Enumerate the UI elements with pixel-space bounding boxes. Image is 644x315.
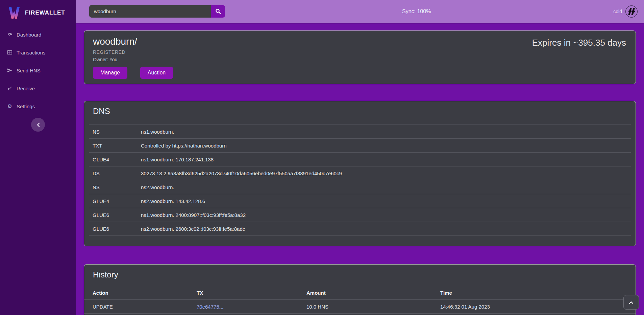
dns-record-row: DS 30273 13 2 9a3a8fb3d625d2a2073d740f10… — [89, 166, 631, 180]
gear-icon: ⚙ — [7, 103, 13, 109]
dns-record-type: GLUE6 — [93, 212, 109, 218]
search-button[interactable] — [211, 5, 225, 18]
dns-record-row: GLUE4 ns1.woodburn. 170.187.241.138 — [89, 152, 631, 166]
history-header-action: Action — [93, 290, 108, 295]
tx-link[interactable]: 70e64775... — [197, 304, 223, 310]
topbar: Sync: 100% cold — [76, 0, 644, 23]
dns-record-type: DS — [93, 171, 100, 176]
sync-status: Sync: 100% — [402, 0, 431, 23]
search-input[interactable] — [89, 5, 211, 18]
dns-record-value: ns1.woodburn. — [141, 129, 174, 135]
scroll-to-top-button[interactable] — [623, 295, 639, 310]
history-action: UPDATE — [93, 304, 113, 310]
dns-card: DNS NS ns1.woodburn. TXT Controlled by h… — [84, 101, 636, 246]
sidebar-item-receive[interactable]: Receive — [0, 83, 76, 94]
wallet-name: cold — [613, 9, 622, 14]
dns-record-type: GLUE6 — [93, 226, 109, 232]
dns-record-value: ns2.woodburn. — [141, 184, 174, 190]
history-amount: 10.0 HNS — [306, 304, 328, 310]
history-time: 14:46:32 01 Aug 2023 — [440, 304, 490, 310]
auction-button[interactable]: Auction — [140, 67, 173, 79]
dns-record-row: GLUE4 ns2.woodburn. 143.42.128.6 — [89, 194, 631, 208]
brand-name: FIREWALLET — [25, 9, 65, 16]
history-row: RENEW d4a7e10... 10.0 HNS 15:47:36 07 Fe… — [84, 313, 636, 315]
dns-record-type: GLUE4 — [93, 157, 109, 162]
history-card: History Action TX Amount Time UPDATE 70e… — [84, 264, 636, 315]
dns-record-value: ns2.woodburn. 143.42.128.6 — [141, 198, 205, 204]
wallet-selector[interactable]: cold — [613, 0, 638, 23]
domain-status: REGISTERED — [93, 49, 627, 55]
main-content: woodburn/ REGISTERED Owner: You Manage A… — [76, 23, 644, 315]
history-header-time: Time — [440, 290, 452, 295]
dns-record-type: NS — [93, 129, 100, 135]
dns-table: NS ns1.woodburn. TXT Controlled by https… — [89, 125, 631, 236]
sidebar-nav: Dashboard Transactions Send HNS Receive … — [0, 29, 76, 112]
sidebar-item-transactions[interactable]: Transactions — [0, 47, 76, 58]
sidebar-item-label: Receive — [17, 86, 35, 91]
history-card-title: History — [84, 265, 636, 279]
dns-record-row: GLUE6 ns1.woodburn. 2400:8907::f03c:93ff… — [89, 208, 631, 222]
history-header-row: Action TX Amount Time — [84, 286, 636, 299]
table-icon — [7, 49, 13, 55]
dns-record-row: TXT Controlled by https://nathan.woodbur… — [89, 138, 631, 152]
sidebar-item-settings[interactable]: ⚙ Settings — [0, 101, 76, 112]
domain-owner: Owner: You — [93, 57, 627, 62]
chevron-up-icon — [629, 301, 634, 304]
history-header-tx: TX — [197, 290, 203, 295]
sidebar: FIREWALLET Dashboard Transactions Send H… — [0, 0, 76, 315]
domain-card: woodburn/ REGISTERED Owner: You Manage A… — [84, 30, 636, 84]
dns-record-type: NS — [93, 184, 100, 190]
history-row: UPDATE 70e64775... 10.0 HNS 14:46:32 01 … — [84, 299, 636, 313]
manage-button[interactable]: Manage — [93, 67, 127, 79]
expiry-text: Expires in ~395.35 days — [532, 38, 626, 48]
search-icon — [215, 8, 221, 14]
dns-record-row: GLUE6 ns2.woodburn. 2600:3c02::f03c:93ff… — [89, 222, 631, 236]
dns-record-value: ns1.woodburn. 2400:8907::f03c:93ff:fe5a:… — [141, 212, 246, 218]
dns-record-row: NS ns1.woodburn. — [89, 125, 631, 138]
dns-record-type: TXT — [93, 143, 102, 149]
dns-record-value: ns1.woodburn. 170.187.241.138 — [141, 157, 214, 162]
search-bar — [89, 5, 225, 18]
gauge-icon — [7, 31, 13, 38]
firewallet-logo-icon — [7, 6, 21, 20]
history-header-amount: Amount — [306, 290, 326, 295]
sidebar-collapse-button[interactable] — [31, 118, 45, 132]
sidebar-item-label: Settings — [17, 104, 35, 109]
handshake-icon[interactable] — [625, 5, 638, 18]
sidebar-item-dashboard[interactable]: Dashboard — [0, 29, 76, 40]
dns-record-value: 30273 13 2 9a3a8fb3d625d2a2073d740f10da6… — [141, 171, 342, 176]
send-icon — [7, 67, 13, 73]
sidebar-item-send-hns[interactable]: Send HNS — [0, 65, 76, 76]
dns-record-value: Controlled by https://nathan.woodburn — [141, 143, 227, 149]
history-table: Action TX Amount Time UPDATE 70e64775...… — [84, 286, 636, 315]
chevron-left-icon — [36, 122, 40, 127]
dns-record-row: NS ns2.woodburn. — [89, 180, 631, 194]
receive-arrow-icon — [7, 85, 13, 91]
dns-record-type: GLUE4 — [93, 198, 109, 204]
dns-card-title: DNS — [84, 101, 636, 116]
dns-record-value: ns2.woodburn. 2600:3c02::f03c:93ff:fe5a:… — [141, 226, 245, 232]
sidebar-item-label: Transactions — [17, 50, 45, 55]
sidebar-item-label: Send HNS — [17, 68, 41, 73]
brand[interactable]: FIREWALLET — [0, 0, 76, 21]
sidebar-item-label: Dashboard — [17, 32, 41, 38]
